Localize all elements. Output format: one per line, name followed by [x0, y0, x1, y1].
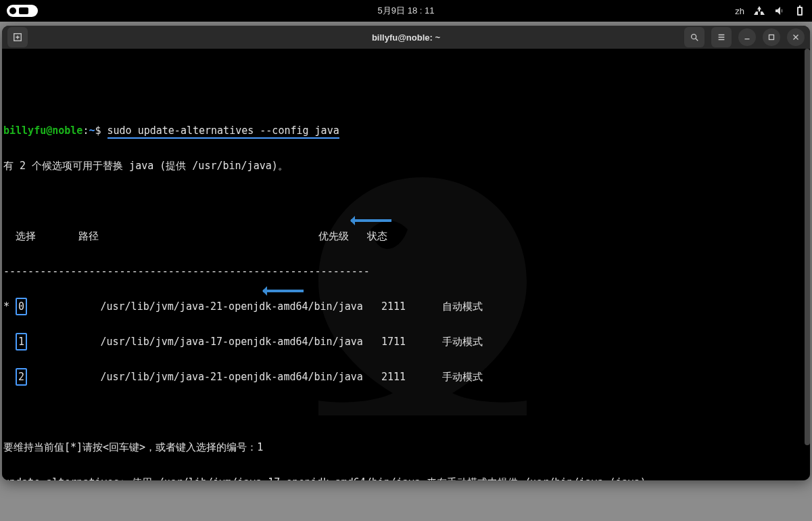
window-title: billyfu@noble: ~ — [372, 32, 440, 43]
table-divider: ----------------------------------------… — [3, 263, 809, 280]
svg-point-1 — [692, 35, 696, 39]
screen: 5月9日 18 : 11 zh billyfu@noble: ~ — [0, 0, 812, 521]
terminal-line: billyfu@noble:~$ sudo update-alternative… — [3, 122, 809, 139]
table-row: 1 /usr/lib/jvm/java-17-openjdk-amd64/bin… — [3, 333, 809, 350]
terminal-line: update-alternatives: 使用 /usr/lib/jvm/jav… — [3, 474, 809, 480]
window-titlebar: billyfu@noble: ~ — [2, 26, 810, 49]
terminal-line: 要维持当前值[*]请按<回车键>，或者键入选择的编号：1 — [3, 438, 809, 456]
annotation-arrow — [263, 290, 304, 292]
search-button[interactable] — [684, 27, 704, 47]
volume-icon[interactable] — [774, 5, 785, 16]
annotation-arrow — [351, 219, 391, 222]
clock[interactable]: 5月9日 18 : 11 — [378, 5, 435, 17]
table-row: * 0 /usr/lib/jvm/java-21-openjdk-amd64/b… — [3, 298, 809, 315]
new-tab-button[interactable] — [7, 27, 28, 47]
activities-button[interactable] — [7, 5, 38, 17]
svg-rect-2 — [769, 35, 774, 40]
terminal-line — [3, 192, 809, 210]
command-text: sudo update-alternatives --config java — [108, 124, 339, 139]
table-header: 选择 路径 优先级 状态 — [3, 227, 809, 245]
maximize-button[interactable] — [763, 28, 780, 46]
prompt-user: billyfu@noble — [3, 124, 82, 137]
menu-button[interactable] — [711, 27, 732, 47]
gnome-top-bar: 5月9日 18 : 11 zh — [0, 0, 812, 22]
terminal-line — [3, 403, 809, 421]
terminal-body[interactable]: billyfu@noble:~$ sudo update-alternative… — [2, 49, 810, 480]
minimize-button[interactable] — [738, 28, 756, 46]
table-row: 2 /usr/lib/jvm/java-21-openjdk-amd64/bin… — [3, 368, 809, 386]
terminal-line: 有 2 个候选项可用于替换 java (提供 /usr/bin/java)。 — [3, 157, 809, 175]
ime-indicator[interactable]: zh — [735, 6, 744, 16]
terminal-window: billyfu@noble: ~ — [2, 26, 810, 480]
close-button[interactable] — [787, 28, 805, 46]
datetime-text: 5月9日 18 : 11 — [378, 5, 435, 17]
network-icon[interactable] — [754, 5, 765, 16]
power-icon[interactable] — [794, 5, 805, 16]
